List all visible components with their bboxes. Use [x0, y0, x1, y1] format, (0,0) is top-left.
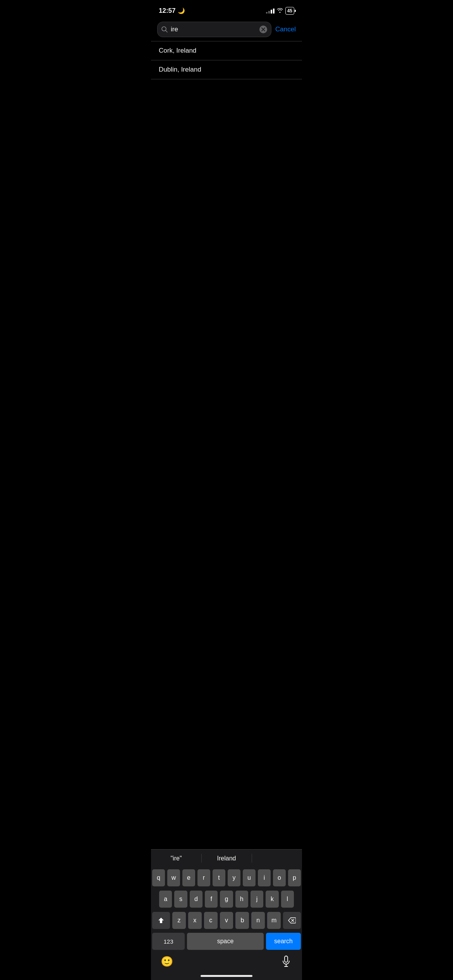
search-icon — [161, 26, 168, 33]
time-label: 12:57 — [159, 7, 175, 15]
search-bar-container: ire Cancel — [151, 19, 302, 41]
result-label-cork: Cork, Ireland — [159, 47, 196, 54]
signal-icon — [266, 8, 275, 14]
results-list: Cork, Ireland Dublin, Ireland — [151, 41, 302, 79]
status-bar: 12:57 🌙 45 — [151, 0, 302, 19]
wifi-icon — [277, 8, 283, 14]
moon-icon: 🌙 — [178, 7, 185, 14]
svg-point-0 — [162, 27, 166, 31]
main-content-area — [151, 79, 302, 304]
status-time: 12:57 🌙 — [159, 7, 185, 15]
result-label-dublin: Dublin, Ireland — [159, 66, 201, 73]
svg-line-1 — [166, 31, 167, 32]
result-item-dublin[interactable]: Dublin, Ireland — [151, 60, 302, 79]
status-right-icons: 45 — [266, 7, 294, 15]
battery-icon: 45 — [285, 7, 294, 15]
battery-level: 45 — [287, 8, 292, 14]
result-item-cork[interactable]: Cork, Ireland — [151, 41, 302, 60]
search-input[interactable]: ire — [171, 26, 256, 33]
search-input-wrapper[interactable]: ire — [157, 22, 271, 37]
cancel-button[interactable]: Cancel — [275, 26, 296, 33]
clear-button[interactable] — [259, 26, 267, 33]
